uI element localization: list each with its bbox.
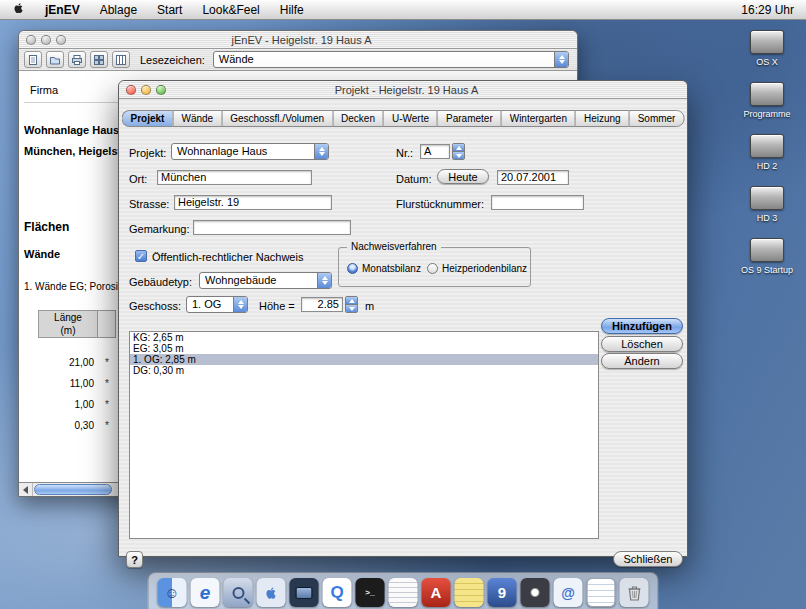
menu-app-jenev[interactable]: jEnEV [35,0,90,19]
disk-icon [750,30,784,54]
displays-icon[interactable] [290,578,319,607]
close-icon[interactable] [126,85,136,95]
oeffentlich-checkbox[interactable] [135,250,147,262]
desktop-icon-hd2[interactable]: HD 2 [734,134,800,171]
quicktime-icon[interactable]: Q [323,578,352,607]
nr-stepper[interactable] [452,143,465,160]
columns-view-icon[interactable] [112,51,130,68]
gebaeudetyp-label: Gebäudetyp: [129,276,192,288]
list-item[interactable]: KG: 2,65 m [130,332,598,343]
lesezeichen-dropdown[interactable]: Wände [213,51,569,68]
close-icon[interactable] [26,35,36,45]
gebaeudetyp-dropdown[interactable]: Wohngebäude [199,272,332,289]
ort-label: Ort: [129,173,147,185]
documents-icon[interactable] [389,578,418,607]
acrobat-icon[interactable]: A [422,578,451,607]
heute-button[interactable]: Heute [437,169,489,184]
report-table: Länge (m) 21,00 * 11,00 * 1,00 * 0,30 * [38,310,122,436]
hoehe-stepper[interactable] [345,296,358,313]
dialog-titlebar[interactable]: Projekt - Heigelstr. 19 Haus A [119,81,687,99]
system-icon[interactable] [257,578,286,607]
tab-decken[interactable]: Decken [332,110,383,127]
notepad-icon[interactable] [587,578,616,607]
desktop-icon-hd3[interactable]: HD 3 [734,186,800,223]
tab-wintergarten[interactable]: Wintergarten [501,110,575,127]
hoehe-field[interactable]: 2.85 [301,297,343,312]
zoom-icon[interactable] [56,35,66,45]
aendern-button[interactable]: Ändern [601,353,683,369]
flurstuecknummer-field[interactable] [491,195,584,210]
geschoss-list[interactable]: KG: 2,65 m EG: 3,05 m 1. OG: 2,85 m DG: … [129,331,599,539]
gemarkung-field[interactable] [193,220,351,235]
table-row: 21,00 * [38,352,122,373]
heizperiodenbilanz-radio[interactable]: Heizperiodenbilanz [427,263,527,274]
terminal-icon[interactable]: >_ [356,578,385,607]
new-document-icon[interactable] [24,51,42,68]
loeschen-button[interactable]: Löschen [601,336,683,352]
desktop-icon-os9-startup[interactable]: OS 9 Startup [734,238,800,275]
sherlock-icon[interactable] [224,578,253,607]
grab-icon[interactable] [521,578,550,607]
chevron-up-down-icon[interactable] [233,297,247,312]
scrollbar-thumb[interactable] [34,484,112,495]
monatsbilanz-radio[interactable]: Monatsbilanz [347,263,421,274]
menu-clock[interactable]: 16:29 Uhr [729,3,806,17]
tab-parameter[interactable]: Parameter [437,110,501,127]
step-up-icon[interactable] [453,144,464,151]
step-down-icon[interactable] [346,304,357,312]
report-project-address: München, Heigelstr. [24,145,128,157]
tab-heizung[interactable]: Heizung [575,110,629,127]
desktop-icon-osx[interactable]: OS X [734,30,800,67]
open-folder-icon[interactable] [46,51,64,68]
classic-icon[interactable]: 9 [488,578,517,607]
menu-ablage[interactable]: Ablage [90,0,147,19]
stickies-icon[interactable] [455,578,484,607]
radio-selected-icon [347,263,358,274]
projekt-dropdown[interactable]: Wohnanlage Haus [171,143,329,160]
tab-sommer[interactable]: Sommer [629,110,685,127]
tab-geschossfl-volumen[interactable]: Geschossfl./Volumen [221,110,332,127]
report-heading-waende: Wände [24,248,60,260]
step-down-icon[interactable] [453,151,464,159]
trash-icon[interactable] [620,578,649,607]
chevron-up-down-icon[interactable] [314,144,328,159]
list-item[interactable]: DG: 0,30 m [130,365,598,376]
print-icon[interactable] [68,51,86,68]
zoom-icon[interactable] [156,85,166,95]
tab-projekt[interactable]: Projekt [122,110,173,127]
menu-start[interactable]: Start [147,0,192,19]
menu-hilfe[interactable]: Hilfe [270,0,314,19]
gemarkung-label: Gemarkung: [129,223,190,235]
mail-icon[interactable]: @ [554,578,583,607]
dialog-title: Projekt - Heigelstr. 19 Haus A [166,84,687,96]
desktop-icon-programme[interactable]: Programme [734,82,800,119]
chevron-up-down-icon[interactable] [554,52,568,67]
tab-u-werte[interactable]: U-Werte [383,110,437,127]
minimize-icon[interactable] [141,85,151,95]
minimize-icon[interactable] [41,35,51,45]
help-button[interactable]: ? [126,551,143,568]
apple-menu[interactable] [0,0,35,19]
nr-field[interactable]: A [420,144,450,159]
menu-bar: jEnEV Ablage Start Look&Feel Hilfe 16:29… [0,0,806,20]
schliessen-button[interactable]: Schließen [613,551,683,567]
datum-field[interactable]: 20.07.2001 [497,170,569,185]
ort-field[interactable]: München [157,170,312,185]
list-item-selected[interactable]: 1. OG: 2,85 m [130,354,598,365]
grid-view-icon[interactable] [90,51,108,68]
apple-icon [12,1,25,18]
strasse-field[interactable]: Heigelstr. 19 [174,195,332,210]
tab-waende[interactable]: Wände [172,110,221,127]
hinzufuegen-button[interactable]: Hinzufügen [601,318,683,334]
finder-icon[interactable]: ☺ [158,578,187,607]
nachweisverfahren-group: Nachweisverfahren Monatsbilanz Heizperio… [338,247,531,287]
document-window-titlebar[interactable]: jEnEV - Heigelstr. 19 Haus A [19,31,577,49]
chevron-up-down-icon[interactable] [317,273,331,288]
scroll-left-icon[interactable] [19,483,33,496]
geschoss-dropdown[interactable]: 1. OG [186,296,248,313]
internet-explorer-icon[interactable]: e [191,578,220,607]
menu-lookfeel[interactable]: Look&Feel [192,0,269,19]
list-item[interactable]: EG: 3,05 m [130,343,598,354]
geschoss-label: Geschoss: [129,300,181,312]
step-up-icon[interactable] [346,297,357,304]
